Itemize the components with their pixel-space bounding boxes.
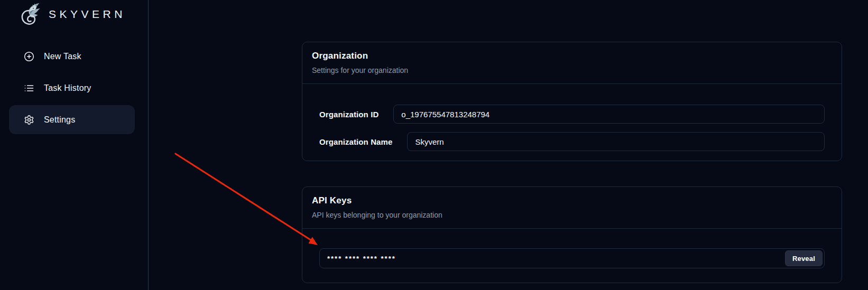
- list-icon: [24, 83, 34, 93]
- api-keys-card-subtitle: API keys belonging to your organization: [312, 210, 832, 220]
- organization-card-title: Organization: [312, 50, 832, 62]
- api-key-field: Reveal: [319, 248, 825, 268]
- skyvern-dragon-icon: [19, 2, 43, 27]
- nav-label: New Task: [44, 52, 81, 61]
- sidebar: SKYVERN New Task Task History: [0, 0, 149, 290]
- api-keys-card: API Keys API keys belonging to your orga…: [302, 186, 842, 283]
- api-keys-card-header: API Keys API keys belonging to your orga…: [302, 187, 842, 229]
- organization-card-subtitle: Settings for your organization: [312, 66, 832, 76]
- sidebar-item-settings[interactable]: Settings: [9, 105, 135, 134]
- organization-card-content: Organization ID Organization Name: [302, 84, 842, 151]
- organization-name-label: Organization Name: [319, 137, 392, 146]
- organization-id-input[interactable]: [393, 105, 825, 124]
- organization-id-label: Organization ID: [319, 110, 378, 119]
- organization-card-header: Organization Settings for your organizat…: [302, 42, 842, 84]
- gear-icon: [24, 115, 34, 125]
- brand-wordmark: SKYVERN: [49, 8, 126, 21]
- api-key-masked-input[interactable]: [319, 248, 825, 268]
- nav-label: Settings: [44, 115, 75, 125]
- plus-circle-icon: [24, 51, 34, 62]
- sidebar-nav: New Task Task History Settings: [9, 42, 135, 137]
- skyvern-settings-page: SKYVERN New Task Task History: [0, 0, 868, 290]
- organization-card: Organization Settings for your organizat…: [302, 42, 842, 161]
- annotation-arrow-shaft: [176, 154, 311, 240]
- sidebar-item-task-history[interactable]: Task History: [9, 73, 135, 102]
- organization-name-input[interactable]: [407, 132, 825, 151]
- reveal-button[interactable]: Reveal: [785, 250, 823, 266]
- organization-id-row: Organization ID: [319, 105, 825, 124]
- brand-logo[interactable]: SKYVERN: [19, 2, 126, 27]
- nav-label: Task History: [44, 83, 91, 93]
- api-keys-card-title: API Keys: [312, 195, 832, 207]
- organization-name-row: Organization Name: [319, 132, 825, 151]
- api-keys-card-content: Reveal: [302, 229, 842, 268]
- sidebar-item-new-task[interactable]: New Task: [9, 42, 135, 71]
